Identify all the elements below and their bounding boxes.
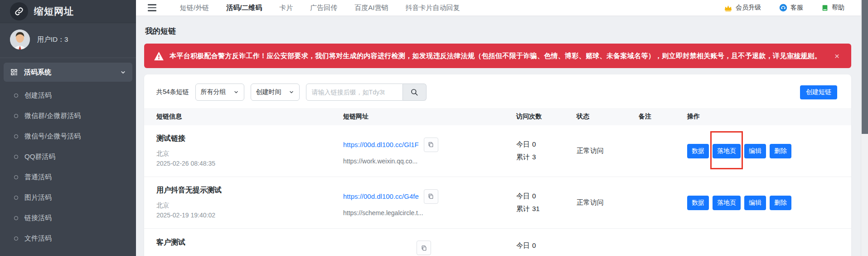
sort-filter-select[interactable]: 创建时间 bbox=[251, 84, 300, 101]
landing-page-button[interactable]: 落地页 bbox=[713, 144, 741, 158]
group-filter-select[interactable]: 所有分组 bbox=[195, 84, 244, 101]
banner-text-after: 。 bbox=[815, 52, 821, 59]
link-info-cell: 测试链接 北京 2025-02-26 08:48:35 bbox=[156, 134, 343, 168]
today-label: 今日 bbox=[516, 140, 530, 148]
member-upgrade-link[interactable]: 会员升级 bbox=[724, 4, 761, 12]
review-rules-link[interactable]: 审核规则 bbox=[787, 52, 815, 59]
copy-button[interactable] bbox=[417, 241, 431, 255]
today-label: 今日 bbox=[516, 241, 530, 249]
tab-short-links[interactable]: 短链/外链 bbox=[180, 4, 209, 12]
create-short-link-button[interactable]: 创建短链 bbox=[800, 85, 837, 99]
data-button[interactable]: 数据 bbox=[687, 196, 709, 210]
sidebar: 缩短网址 用户ID：3 活码系统 bbox=[0, 0, 136, 256]
delete-button[interactable]: 删除 bbox=[770, 196, 791, 210]
total-label: 累计 bbox=[516, 153, 530, 161]
search-input[interactable] bbox=[306, 84, 403, 101]
chevron-down-icon bbox=[289, 89, 294, 95]
banner-text-before: 本平台积极配合警方反诈工作！应公安部要求，我们将对生成的内容进行检测，如发现违反… bbox=[170, 52, 787, 59]
sidebar-item-label: 微信号/企微号活码 bbox=[24, 132, 81, 141]
visits-cell: 今日0 bbox=[516, 241, 577, 250]
status-cell: 正常访问 bbox=[577, 198, 639, 207]
tab-ad-callback[interactable]: 广告回传 bbox=[310, 4, 337, 12]
user-id: 用户ID：3 bbox=[37, 35, 68, 44]
bullet-icon bbox=[14, 196, 18, 200]
group-filter-value: 所有分组 bbox=[201, 88, 226, 96]
bullet-icon bbox=[14, 94, 18, 98]
link-info-cell: 客户测试 bbox=[156, 238, 343, 252]
copy-button[interactable] bbox=[424, 138, 438, 152]
short-url-link[interactable]: https://00d.dl100.cc/G4fe bbox=[343, 192, 419, 200]
total-label: 累计 bbox=[516, 205, 530, 212]
short-url-link[interactable]: https://00d.dl100.cc/Gl1F bbox=[343, 141, 419, 148]
sort-filter-value: 创建时间 bbox=[256, 88, 281, 96]
edit-button[interactable]: 编辑 bbox=[744, 144, 766, 158]
warning-triangle-icon bbox=[154, 52, 164, 60]
scrollbar-thumb[interactable] bbox=[862, 0, 868, 134]
sidebar-item-image-code[interactable]: 图片活码 bbox=[0, 187, 136, 208]
link-info-cell: 用户抖音无提示测试 北京 2025-02-19 19:40:02 bbox=[156, 186, 343, 220]
data-button[interactable]: 数据 bbox=[687, 144, 709, 158]
hamburger-menu-icon[interactable] bbox=[148, 4, 156, 11]
tab-cards[interactable]: 卡片 bbox=[279, 4, 293, 12]
actions-cell: 数据 落地页 编辑 删除 bbox=[687, 196, 840, 210]
search-group bbox=[306, 84, 427, 101]
copy-icon bbox=[427, 141, 434, 148]
close-icon[interactable]: × bbox=[833, 52, 841, 60]
today-label: 今日 bbox=[516, 192, 530, 200]
content-area: 我的短链 本平台积极配合警方反诈工作！应公安部要求，我们将对生成的内容进行检测，… bbox=[136, 16, 868, 256]
bullet-icon bbox=[14, 175, 18, 179]
main-area: 短链/外链 活码/二维码 卡片 广告回传 百度AI营销 抖音卡片自动回复 会员升… bbox=[136, 0, 868, 256]
short-url-cell bbox=[343, 238, 516, 255]
bullet-icon bbox=[14, 155, 18, 159]
copy-button[interactable] bbox=[424, 189, 438, 204]
link-created-time: 2025-02-19 19:40:02 bbox=[156, 210, 343, 220]
link-icon bbox=[15, 7, 24, 16]
sidebar-item-label: 链接活码 bbox=[24, 214, 52, 222]
sidebar-item-label: 创建活码 bbox=[24, 91, 52, 100]
navbar-right: 会员升级 客服 bbox=[724, 4, 844, 12]
total-count: 31 bbox=[532, 205, 540, 212]
link-title: 测试链接 bbox=[156, 134, 343, 143]
visits-cell: 今日0 累计3 bbox=[516, 140, 577, 162]
sidebar-group-label: 活码系统 bbox=[24, 68, 51, 77]
target-url: https://scheme.legalcircle.t... bbox=[343, 209, 516, 217]
search-icon bbox=[410, 88, 418, 96]
edit-button[interactable]: 编辑 bbox=[744, 196, 766, 210]
total-count-label: 共54条短链 bbox=[156, 88, 189, 96]
column-header-status: 状态 bbox=[577, 113, 639, 121]
help-link[interactable]: 帮助 bbox=[821, 4, 844, 12]
bullet-icon bbox=[14, 134, 18, 138]
user-row: 用户ID：3 bbox=[0, 23, 136, 56]
sidebar-item-label: 文件活码 bbox=[24, 234, 52, 243]
sidebar-item-wechat-group-code[interactable]: 微信群/企微群活码 bbox=[0, 106, 136, 126]
sidebar-item-link-code[interactable]: 链接活码 bbox=[0, 208, 136, 228]
page-scrollbar[interactable] bbox=[861, 0, 868, 256]
search-button[interactable] bbox=[403, 84, 427, 101]
column-header-visits: 访问次数 bbox=[516, 113, 577, 121]
today-count: 0 bbox=[532, 140, 536, 148]
tab-douyin-auto-reply[interactable]: 抖音卡片自动回复 bbox=[406, 4, 460, 12]
avatar bbox=[10, 30, 30, 49]
tab-live-code-qrcode[interactable]: 活码/二维码 bbox=[226, 4, 262, 12]
customer-support-link[interactable]: 客服 bbox=[779, 4, 803, 12]
status-cell: 正常访问 bbox=[577, 147, 639, 155]
help-label: 帮助 bbox=[832, 4, 844, 12]
qr-code-icon bbox=[10, 68, 18, 76]
landing-page-button[interactable]: 落地页 bbox=[713, 196, 741, 210]
sidebar-item-create-live-code[interactable]: 创建活码 bbox=[0, 85, 136, 106]
sidebar-item-wechat-account-code[interactable]: 微信号/企微号活码 bbox=[0, 126, 136, 147]
link-location: 北京 bbox=[156, 200, 343, 210]
sidebar-item-qq-group-code[interactable]: QQ群活码 bbox=[0, 147, 136, 167]
delete-button[interactable]: 删除 bbox=[770, 144, 791, 158]
sidebar-item-file-code[interactable]: 文件活码 bbox=[0, 228, 136, 249]
table-row: 测试链接 北京 2025-02-26 08:48:35 https://00d.… bbox=[144, 125, 851, 177]
target-url: https://work.weixin.qq.co... bbox=[343, 158, 516, 165]
help-book-icon bbox=[821, 4, 829, 12]
crown-icon bbox=[724, 4, 732, 12]
sidebar-group-live-code-system[interactable]: 活码系统 bbox=[4, 63, 132, 82]
sidebar-item-label: QQ群活码 bbox=[24, 153, 55, 161]
sidebar-item-normal-code[interactable]: 普通活码 bbox=[0, 167, 136, 187]
sidebar-item-label: 普通活码 bbox=[24, 173, 52, 182]
tab-baidu-ai-marketing[interactable]: 百度AI营销 bbox=[354, 4, 388, 12]
landing-page-highlight-wrap: 落地页 bbox=[713, 144, 741, 158]
